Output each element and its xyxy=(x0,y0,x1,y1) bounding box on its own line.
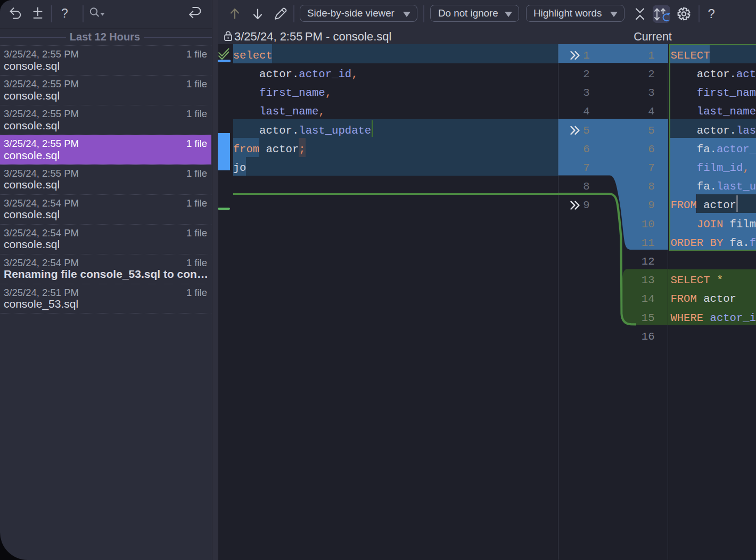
svg-text:?: ? xyxy=(61,6,68,20)
svg-text:?: ? xyxy=(708,6,714,21)
